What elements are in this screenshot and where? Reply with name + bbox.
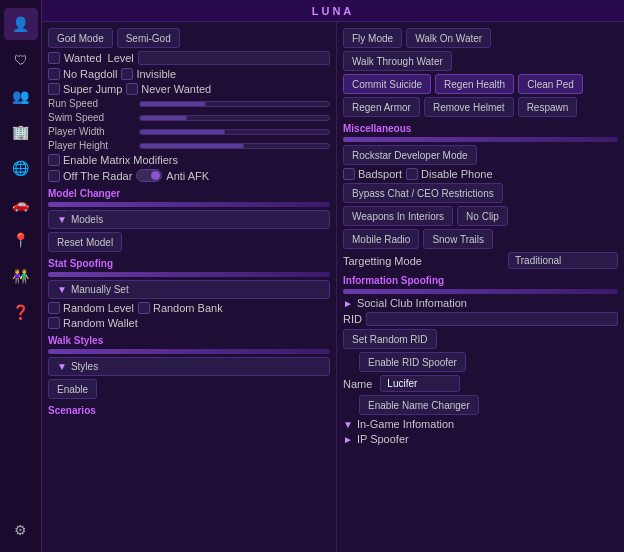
no-clip-button[interactable]: No Clip [457,206,508,226]
sidebar-item-users2[interactable]: 👫 [4,260,38,292]
row-fly: Fly Mode Walk On Water [343,28,618,48]
set-random-rid-button[interactable]: Set Random RID [343,329,437,349]
sidebar-item-person[interactable]: 👤 [4,8,38,40]
regen-health-button[interactable]: Regen Health [435,74,514,94]
row-jump: Super Jump Never Wanted [48,83,330,95]
targeting-select[interactable]: Traditional Free Aim [508,252,618,269]
snow-trails-button[interactable]: Snow Trails [423,229,493,249]
row-enable-rid: Enable RID Spoofer [343,352,618,372]
enable-rid-button[interactable]: Enable RID Spoofer [359,352,466,372]
row-set-rid: Set Random RID [343,329,618,349]
main-area: LUNA God Mode Semi-God Wanted Level No R… [42,0,624,552]
god-mode-button[interactable]: God Mode [48,28,113,48]
regen-armor-button[interactable]: Regen Armor [343,97,420,117]
ingame-arrow: ▼ [343,419,353,430]
walk-through-water-button[interactable]: Walk Through Water [343,51,452,71]
semi-god-button[interactable]: Semi-God [117,28,180,48]
models-dropdown[interactable]: ▼ Models [48,210,330,229]
badsport-container[interactable]: Badsport [343,168,402,180]
player-height-track[interactable] [139,143,330,149]
bypass-button[interactable]: Bypass Chat / CEO Restrictions [343,183,503,203]
run-speed-row: Run Speed [48,98,330,109]
run-speed-track[interactable] [139,101,330,107]
super-jump-container[interactable]: Super Jump [48,83,122,95]
swim-speed-row: Swim Speed [48,112,330,123]
disable-phone-label: Disable Phone [421,168,493,180]
manually-set-dropdown[interactable]: ▼ Manually Set [48,280,330,299]
wanted-level-bar[interactable] [138,51,330,65]
name-input[interactable] [380,375,460,392]
remove-helmet-button[interactable]: Remove Helmet [424,97,514,117]
sidebar-item-question[interactable]: ❓ [4,296,38,328]
rockstar-dev-button[interactable]: Rockstar Developer Mode [343,145,477,165]
misc-divider [343,137,618,142]
random-level-checkbox [48,302,60,314]
social-club-header[interactable]: ► Social Club Infomation [343,297,618,309]
player-width-fill [140,130,225,134]
wanted-checkbox [48,52,60,64]
commit-suicide-button[interactable]: Commit Suicide [343,74,431,94]
stat-spoofing-label: Stat Spoofing [48,258,330,269]
social-club-arrow: ► [343,298,353,309]
matrix-checkbox [48,154,60,166]
users2-icon: 👫 [12,268,29,284]
invisible-label: Invisible [136,68,176,80]
enable-button[interactable]: Enable [48,379,97,399]
top-bar: LUNA [42,0,624,22]
clean-ped-button[interactable]: Clean Ped [518,74,583,94]
player-width-track[interactable] [139,129,330,135]
random-level-label: Random Level [63,302,134,314]
random-bank-container[interactable]: Random Bank [138,302,223,314]
disable-phone-container[interactable]: Disable Phone [406,168,493,180]
afk-toggle[interactable] [136,169,162,182]
random-level-container[interactable]: Random Level [48,302,134,314]
walk-on-water-button[interactable]: Walk On Water [406,28,491,48]
no-ragdoll-container[interactable]: No Ragdoll [48,68,117,80]
weapons-button[interactable]: Weapons In Interiors [343,206,453,226]
styles-dropdown[interactable]: ▼ Styles [48,357,330,376]
sidebar-item-people[interactable]: 👥 [4,80,38,112]
invisible-checkbox [121,68,133,80]
row-weapons: Weapons In Interiors No Clip [343,206,618,226]
row-random: Random Level Random Bank [48,302,330,314]
matrix-label: Enable Matrix Modifiers [63,154,178,166]
sidebar-item-hierarchy[interactable]: 🏢 [4,116,38,148]
swim-speed-track[interactable] [139,115,330,121]
scenarios-label: Scenarios [48,405,330,416]
ingame-header[interactable]: ▼ In-Game Infomation [343,418,618,430]
wanted-checkbox-container[interactable] [48,52,60,64]
random-bank-label: Random Bank [153,302,223,314]
content-area: God Mode Semi-God Wanted Level No Ragdol… [42,22,624,552]
models-arrow: ▼ [57,214,67,225]
radar-label: Off The Radar [63,170,132,182]
reset-model-button[interactable]: Reset Model [48,232,122,252]
sidebar-item-shield[interactable]: 🛡 [4,44,38,76]
sidebar-item-pin[interactable]: 📍 [4,224,38,256]
invisible-container[interactable]: Invisible [121,68,176,80]
sidebar-item-car[interactable]: 🚗 [4,188,38,220]
no-ragdoll-checkbox [48,68,60,80]
sidebar-item-globe[interactable]: 🌐 [4,152,38,184]
player-width-row: Player Width [48,126,330,137]
row-walk-through: Walk Through Water [343,51,618,71]
people-icon: 👥 [12,88,29,104]
rid-bar[interactable] [366,312,618,326]
globe-icon: 🌐 [12,160,29,176]
social-club-label: Social Club Infomation [357,297,467,309]
row-matrix: Enable Matrix Modifiers [48,154,330,166]
fly-mode-button[interactable]: Fly Mode [343,28,402,48]
sidebar-item-gear[interactable]: ⚙ [4,514,38,546]
enable-name-button[interactable]: Enable Name Changer [359,395,479,415]
row-ragdoll: No Ragdoll Invisible [48,68,330,80]
row-radar: Off The Radar Anti AFK [48,169,330,182]
radar-container[interactable]: Off The Radar [48,170,132,182]
respawn-button[interactable]: Respawn [518,97,578,117]
ingame-label: In-Game Infomation [357,418,454,430]
matrix-container[interactable]: Enable Matrix Modifiers [48,154,178,166]
model-divider [48,202,330,207]
player-height-fill [140,144,244,148]
random-wallet-container[interactable]: Random Wallet [48,317,138,329]
ip-spoofer-header[interactable]: ► IP Spoofer [343,433,618,445]
never-wanted-container[interactable]: Never Wanted [126,83,211,95]
mobile-radio-button[interactable]: Mobile Radio [343,229,419,249]
